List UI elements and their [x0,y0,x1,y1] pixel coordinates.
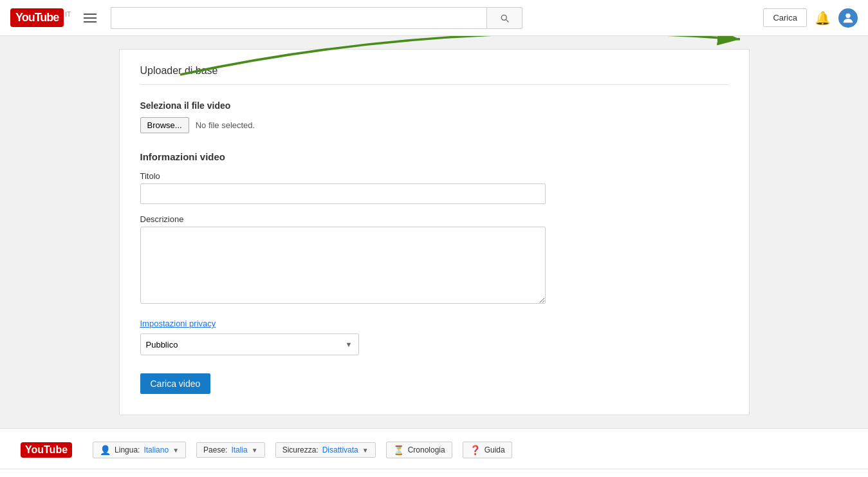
browse-button[interactable]: Browse... [140,117,189,133]
logo-it: IT [65,11,71,18]
main-content: Uploader di base Seleziona il file video… [0,36,868,428]
file-select-row: Browse... No file selected. [140,117,728,133]
svg-point-0 [845,13,850,17]
submit-upload-button[interactable]: Carica video [140,373,211,394]
upload-button[interactable]: Carica [763,8,807,27]
footer-logo[interactable]: YouTube [21,442,72,458]
sicurezza-label: Sicurezza: [282,445,319,454]
cronologia-control[interactable]: ⏳ Cronologia [386,442,452,458]
hamburger-menu[interactable] [80,10,100,26]
footer: YouTube 👤 Lingua: Italiano ▼ Paese: Ital… [0,428,868,477]
footer-top: YouTube 👤 Lingua: Italiano ▼ Paese: Ital… [0,442,868,469]
file-select-label: Seleziona il file video [140,100,728,111]
logo-text: YouTube [15,11,59,24]
search-input[interactable] [111,7,486,29]
search-button[interactable] [486,7,522,29]
paese-label: Paese: [203,445,227,454]
guida-control[interactable]: ❓ Guida [463,442,512,458]
search-icon [499,13,510,23]
paese-control[interactable]: Paese: Italia ▼ [196,442,265,458]
lingua-label: Lingua: [115,445,140,454]
guida-icon: ❓ [470,445,481,455]
title-input[interactable] [140,183,546,204]
paese-value: Italia [231,445,247,454]
user-avatar[interactable] [838,8,858,28]
lingua-icon: 👤 [100,445,111,455]
logo-area: YouTube IT [10,8,100,27]
sicurezza-value: Disattivata [322,445,358,454]
header: YouTube IT Carica 🔔 [0,0,868,36]
privacy-select[interactable]: Pubblico Non in elenco Privato [140,333,359,355]
info-section-title: Informazioni video [140,151,728,162]
panel-title: Uploader di base [140,65,728,85]
footer-logo-text: YouTube [25,444,68,455]
sicurezza-control[interactable]: Sicurezza: Disattivata ▼ [275,442,376,458]
cronologia-label: Cronologia [408,445,445,454]
privacy-select-wrapper: Pubblico Non in elenco Privato ▼ [140,333,359,355]
footer-links-row: Informazioni Centro stampa e blog Copyri… [0,469,868,477]
lingua-arrow-icon: ▼ [172,447,179,454]
avatar-icon [841,11,855,25]
footer-logo-box: YouTube [21,442,72,458]
lingua-value: Italiano [143,445,169,454]
sicurezza-arrow-icon: ▼ [362,447,369,454]
header-right: Carica 🔔 [763,8,858,28]
notifications-icon[interactable]: 🔔 [815,10,831,26]
upload-panel: Uploader di base Seleziona il file video… [119,49,750,415]
lingua-control[interactable]: 👤 Lingua: Italiano ▼ [93,442,186,458]
title-label: Titolo [140,171,728,181]
paese-arrow-icon: ▼ [252,447,258,454]
youtube-logo[interactable]: YouTube IT [10,8,71,27]
privacy-label[interactable]: Impostazioni privacy [140,319,728,328]
guida-label: Guida [485,445,505,454]
description-textarea[interactable] [140,227,546,304]
no-file-text: No file selected. [196,120,255,130]
cronologia-icon: ⏳ [393,445,404,455]
description-label: Descrizione [140,214,728,224]
search-area [111,7,522,29]
